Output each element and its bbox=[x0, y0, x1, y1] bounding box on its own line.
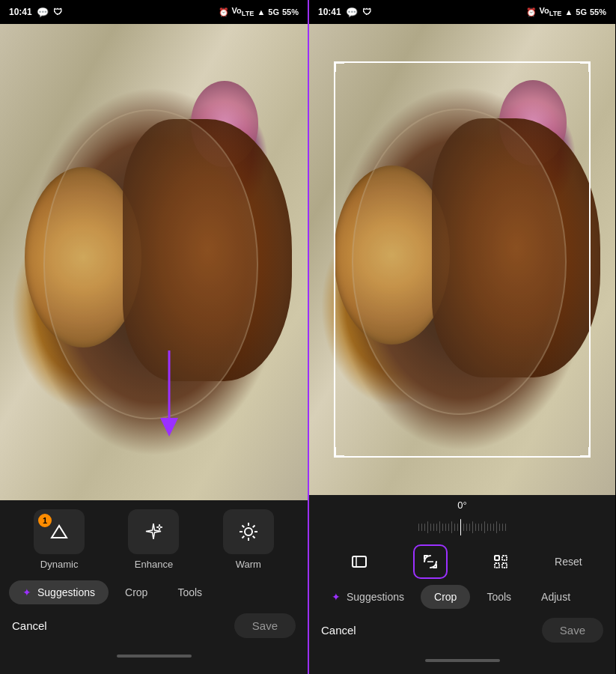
crop-label-left: Crop bbox=[125, 586, 147, 598]
svg-rect-17 bbox=[495, 563, 499, 568]
tick bbox=[481, 523, 482, 531]
status-icons-left: ⏰ VoLTE ▲ 5G 55% bbox=[219, 6, 299, 17]
tick bbox=[418, 523, 419, 531]
food-image-left bbox=[0, 24, 308, 500]
tool-enhance[interactable]: Enhance bbox=[128, 509, 179, 570]
tab-suggestions-left[interactable]: Suggestions bbox=[9, 580, 109, 604]
home-bar-right bbox=[425, 659, 500, 662]
tick bbox=[442, 523, 443, 531]
tool-items-row: 1 Dynamic Enhance bbox=[0, 509, 308, 570]
signal-icon-left: VoLTE bbox=[232, 6, 254, 17]
tick bbox=[484, 521, 485, 533]
star-icon-left bbox=[22, 586, 33, 598]
aspect-ratio-button[interactable] bbox=[342, 544, 376, 579]
tick bbox=[469, 523, 470, 531]
cancel-button-left[interactable]: Cancel bbox=[12, 619, 47, 632]
tab-crop-right[interactable]: Crop bbox=[421, 585, 470, 609]
free-crop-button[interactable] bbox=[484, 544, 518, 579]
tick bbox=[451, 521, 452, 533]
tick bbox=[427, 521, 428, 533]
tools-label-right: Tools bbox=[487, 591, 511, 603]
tick-marks bbox=[418, 519, 506, 535]
home-indicator-right bbox=[309, 655, 615, 670]
enhance-label: Enhance bbox=[135, 559, 173, 570]
tab-tools-right[interactable]: Tools bbox=[473, 585, 525, 609]
tab-adjust-right[interactable]: Adjust bbox=[528, 585, 584, 609]
rotate-flip-button[interactable] bbox=[413, 544, 448, 579]
network-icon-right: 5G bbox=[576, 7, 587, 16]
time-left: 10:41 bbox=[9, 7, 32, 17]
tick bbox=[496, 521, 497, 533]
rotation-degree: 0° bbox=[457, 500, 466, 511]
suggestions-label-left: Suggestions bbox=[37, 586, 95, 598]
tick bbox=[439, 521, 440, 533]
shield-icon-right: 🛡 bbox=[362, 7, 371, 17]
tab-crop-left[interactable]: Crop bbox=[112, 580, 161, 604]
save-button-right[interactable]: Save bbox=[542, 618, 603, 643]
food-inner-left bbox=[0, 24, 308, 500]
tick bbox=[502, 523, 503, 531]
tool-warm[interactable]: Warm bbox=[223, 509, 274, 570]
shield-icon-left: 🛡 bbox=[53, 7, 62, 17]
tick bbox=[421, 523, 422, 531]
tick bbox=[463, 523, 464, 531]
free-crop-icon bbox=[492, 553, 510, 571]
adjust-label-right: Adjust bbox=[541, 591, 570, 603]
tick-center bbox=[460, 519, 461, 535]
food-photo-right bbox=[309, 24, 615, 495]
crop-tools-row: Reset bbox=[309, 538, 615, 585]
svg-line-10 bbox=[253, 526, 255, 528]
plate-left bbox=[43, 109, 259, 419]
sun-icon bbox=[238, 521, 259, 542]
save-button-left[interactable]: Save bbox=[234, 613, 296, 638]
wifi-icon-left: ▲ bbox=[257, 7, 265, 16]
tick bbox=[424, 523, 425, 531]
reset-button[interactable]: Reset bbox=[555, 556, 582, 568]
status-bar-left: 10:41 💬 🛡 ⏰ VoLTE ▲ 5G 55% bbox=[0, 0, 308, 24]
alarm-icon-left: ⏰ bbox=[219, 7, 229, 17]
status-time-left: 10:41 💬 🛡 bbox=[9, 7, 62, 18]
tick bbox=[445, 523, 446, 531]
action-row-left: Cancel Save bbox=[0, 613, 308, 650]
whatsapp-icon-right: 💬 bbox=[346, 7, 358, 18]
status-time-right: 10:41 💬 🛡 bbox=[318, 7, 371, 18]
whatsapp-icon-left: 💬 bbox=[37, 7, 49, 18]
status-bar-right: 10:41 💬 🛡 ⏰ VoLTE ▲ 5G 55% bbox=[309, 0, 615, 24]
tab-tools-left[interactable]: Tools bbox=[164, 580, 216, 604]
cancel-button-right[interactable]: Cancel bbox=[321, 624, 356, 637]
home-bar-left bbox=[117, 655, 192, 658]
time-right: 10:41 bbox=[318, 7, 341, 17]
warm-icon-bg bbox=[223, 509, 274, 554]
tick bbox=[487, 523, 488, 531]
home-indicator-left bbox=[0, 650, 308, 665]
action-row-right: Cancel Save bbox=[309, 618, 615, 655]
food-photo-left bbox=[0, 24, 308, 500]
nav-tabs-right: Suggestions Crop Tools Adjust bbox=[309, 585, 615, 609]
enhance-icon-bg bbox=[128, 509, 179, 554]
crop-label-right: Crop bbox=[434, 591, 457, 603]
battery-icon-left: 55% bbox=[282, 7, 299, 16]
sparkle-icon bbox=[143, 521, 164, 542]
tick bbox=[430, 523, 431, 531]
signal-icon-right: VoLTE bbox=[540, 6, 562, 17]
food-image-right bbox=[309, 24, 615, 495]
tab-suggestions-right[interactable]: Suggestions bbox=[318, 585, 418, 609]
svg-rect-15 bbox=[495, 556, 499, 560]
tick bbox=[505, 523, 506, 531]
tick bbox=[499, 523, 500, 531]
star-icon-right bbox=[332, 591, 342, 603]
svg-rect-16 bbox=[502, 556, 507, 560]
aspect-ratio-icon bbox=[350, 553, 368, 571]
tool-dynamic[interactable]: 1 Dynamic bbox=[34, 509, 85, 570]
tick bbox=[457, 523, 458, 531]
warm-label: Warm bbox=[236, 559, 261, 570]
status-icons-right: ⏰ VoLTE ▲ 5G 55% bbox=[526, 6, 606, 17]
tools-label-left: Tools bbox=[177, 586, 202, 598]
tick bbox=[478, 523, 479, 531]
network-icon-left: 5G bbox=[268, 7, 279, 16]
tick bbox=[472, 521, 473, 533]
wifi-icon-right: ▲ bbox=[564, 7, 573, 16]
rotation-bar: 0° bbox=[309, 500, 615, 538]
battery-icon-right: 55% bbox=[590, 7, 606, 16]
svg-line-9 bbox=[253, 536, 255, 538]
